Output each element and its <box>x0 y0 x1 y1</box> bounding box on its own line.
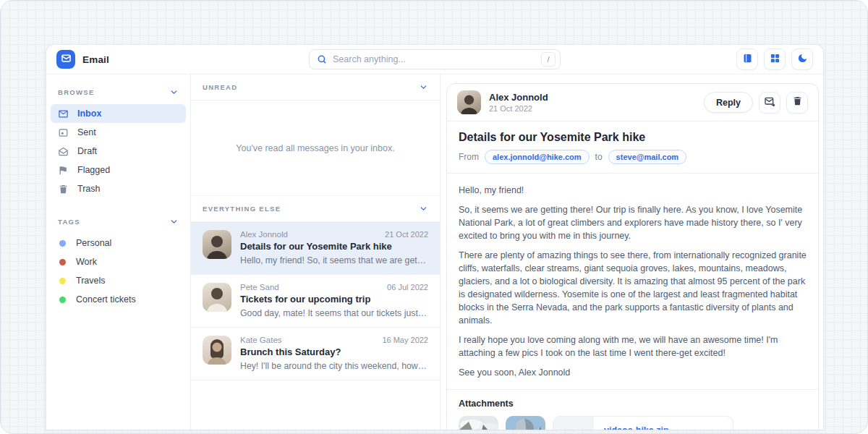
sidebar: BROWSE Inbox <box>46 75 191 430</box>
mail-list-item[interactable]: Kate Gates 16 May 2022 Brunch this Satur… <box>191 328 440 380</box>
avatar <box>203 283 231 312</box>
inbox-icon <box>58 109 69 119</box>
tag-color-dot <box>59 278 66 284</box>
mail-detail-header: Alex Jonnold 21 Oct 2022 Reply <box>447 84 818 122</box>
from-label: From <box>459 152 479 162</box>
to-address-chip[interactable]: steve@mail.com <box>608 150 687 164</box>
browse-section-label: BROWSE <box>58 88 95 96</box>
mail-date: 21 Oct 2022 <box>489 104 548 113</box>
header-actions <box>736 48 813 70</box>
mail-item-date: 16 May 2022 <box>382 336 428 344</box>
attachment-file-card[interactable]: videos-hike.zip 100 MB <box>553 416 733 430</box>
mail-detail-card: Alex Jonnold 21 Oct 2022 Reply <box>446 83 819 430</box>
everything-else-section-label: EVERYTHING ELSE <box>203 205 281 213</box>
mail-subject: Details for our Yosemite Park hike <box>447 122 818 144</box>
unread-empty-state: You've read all messages in your inbox. <box>191 101 440 196</box>
draft-icon <box>58 146 69 157</box>
search-icon <box>317 54 327 64</box>
to-label: to <box>595 152 603 162</box>
sent-icon <box>58 127 69 138</box>
mail-item-sender: Pete Sand <box>240 283 279 292</box>
sidebar-item-sent[interactable]: Sent <box>51 123 186 142</box>
sidebar-item-label: Trash <box>77 184 101 194</box>
mail-item-date: 06 Jul 2022 <box>387 283 428 292</box>
tag-item-concert-tickets[interactable]: Concert tickets <box>51 290 186 309</box>
tag-color-dot <box>59 297 66 303</box>
tag-item-personal[interactable]: Personal <box>51 234 186 252</box>
mail-list-item[interactable]: Pete Sand 06 Jul 2022 Tickets for our up… <box>191 275 440 328</box>
mail-paragraph: So, it seems we are getting there! Our t… <box>459 203 807 242</box>
mail-detail-panel: Alex Jonnold 21 Oct 2022 Reply <box>441 75 823 430</box>
sidebar-item-trash[interactable]: Trash <box>51 179 186 198</box>
search-shortcut-badge: / <box>541 52 556 67</box>
mail-item-subject: Tickets for our upcoming trip <box>240 294 428 305</box>
app-header: Email / <box>46 45 823 75</box>
trash-icon <box>58 184 69 195</box>
attachment-photo-valley[interactable] <box>459 416 498 430</box>
from-to-row: From alex.jonnold@hike.com to steve@mail… <box>447 144 818 174</box>
tag-label: Personal <box>76 238 111 248</box>
file-name-link[interactable]: videos-hike.zip <box>604 425 669 430</box>
tags-section-header[interactable]: TAGS <box>51 211 186 231</box>
browse-section-header[interactable]: BROWSE <box>51 82 186 101</box>
chevron-down-icon[interactable] <box>169 217 179 226</box>
tag-color-dot <box>59 259 66 265</box>
mail-list-item[interactable]: Alex Jonnold 21 Oct 2022 Details for our… <box>191 222 440 275</box>
spacer <box>51 198 186 211</box>
delete-mail-button[interactable] <box>786 92 808 114</box>
sidebar-item-inbox[interactable]: Inbox <box>51 104 186 123</box>
tag-label: Concert tickets <box>76 294 136 305</box>
attachments-row: videos-hike.zip 100 MB <box>459 416 807 430</box>
sidebar-item-label: Draft <box>77 146 97 156</box>
avatar <box>203 230 231 259</box>
mail-paragraph: Hello, my friend! <box>459 184 807 197</box>
tag-label: Work <box>76 257 97 267</box>
sidebar-item-draft[interactable]: Draft <box>51 142 186 161</box>
dark-mode-button[interactable] <box>791 48 813 70</box>
attachments-section: Attachments <box>447 390 818 430</box>
sidebar-item-label: Flagged <box>77 165 110 175</box>
apps-grid-icon <box>770 53 780 67</box>
mail-list-column: UNREAD You've read all messages in your … <box>191 75 441 430</box>
window-frame: Email / <box>0 0 868 434</box>
everything-else-section-header[interactable]: EVERYTHING ELSE <box>191 196 440 222</box>
mail-item-subject: Details for our Yosemite Park hike <box>240 241 428 252</box>
search-bar[interactable]: / <box>309 49 561 69</box>
sender-name: Alex Jonnold <box>489 92 548 103</box>
reply-button[interactable]: Reply <box>704 92 753 113</box>
chevron-down-icon[interactable] <box>169 88 179 97</box>
mail-paragraph: I really hope you love coming along with… <box>459 333 807 359</box>
apps-grid-button[interactable] <box>764 48 786 70</box>
chevron-down-icon[interactable] <box>419 82 428 92</box>
sidebar-item-label: Sent <box>77 127 96 137</box>
mail-item-body: Alex Jonnold 21 Oct 2022 Details for our… <box>240 230 428 265</box>
trash-icon <box>792 95 803 109</box>
mail-item-sender: Alex Jonnold <box>240 230 288 239</box>
notebook-icon <box>742 53 753 67</box>
forward-mail-button[interactable] <box>759 92 780 114</box>
attachments-label: Attachments <box>459 399 807 409</box>
file-meta: videos-hike.zip 100 MB <box>594 417 679 430</box>
app-logo <box>56 50 75 69</box>
mail-item-preview: Hello, my friend! So, it seems that we a… <box>240 255 428 265</box>
tag-item-travels[interactable]: Travels <box>51 271 186 290</box>
avatar <box>203 336 231 365</box>
mail-item-date: 21 Oct 2022 <box>385 230 428 239</box>
tag-item-work[interactable]: Work <box>51 252 186 271</box>
unread-section-label: UNREAD <box>203 83 237 91</box>
sidebar-item-flagged[interactable]: Flagged <box>51 161 186 179</box>
chevron-down-icon[interactable] <box>419 204 428 213</box>
from-address-chip[interactable]: alex.jonnold@hike.com <box>485 150 590 164</box>
tag-color-dot <box>59 240 66 247</box>
envelope-logo-icon <box>61 53 72 67</box>
attachment-photo-half-dome[interactable] <box>506 416 545 430</box>
mail-item-body: Pete Sand 06 Jul 2022 Tickets for our up… <box>240 283 428 318</box>
notebook-button[interactable] <box>736 48 758 70</box>
unread-section-header[interactable]: UNREAD <box>191 75 440 101</box>
search-input[interactable] <box>333 54 541 64</box>
tags-nav: Personal Work Travels Concert tickets <box>51 234 186 309</box>
avatar <box>457 90 481 114</box>
mail-item-preview: Good day, mate! It seems that our ticket… <box>240 308 428 318</box>
email-app-panel: Email / <box>46 44 824 430</box>
browse-nav: Inbox Sent Draft <box>51 104 186 198</box>
